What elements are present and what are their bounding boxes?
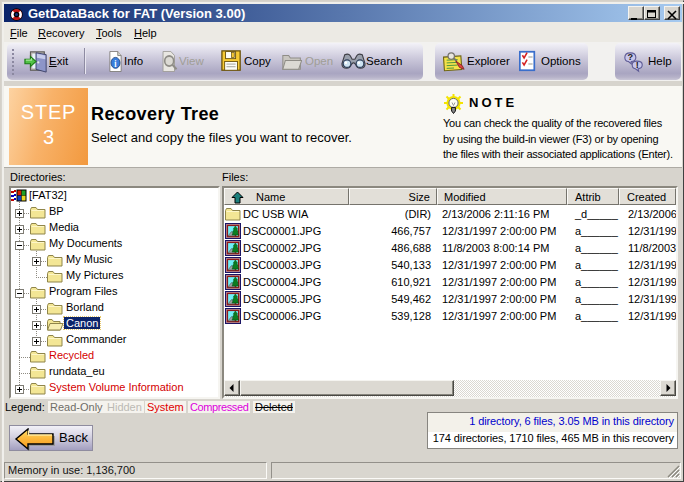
svg-text:?: ? [628, 52, 634, 62]
svg-text:!: ! [636, 60, 639, 70]
svg-text:i: i [114, 58, 117, 69]
